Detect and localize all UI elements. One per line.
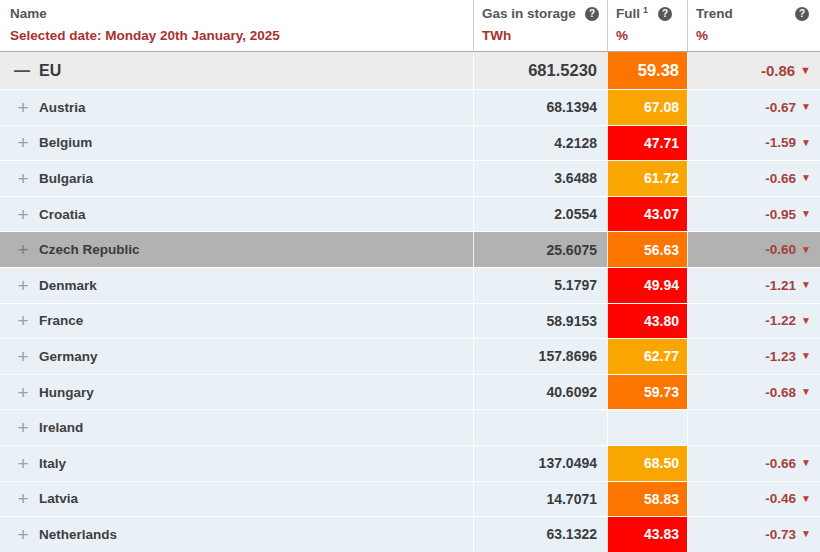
gas-in-storage-value: 63.1322 <box>473 517 607 552</box>
collapse-icon[interactable]: — <box>11 63 33 79</box>
trend-value: -0.68 <box>765 385 796 400</box>
trend-value: -0.46 <box>765 491 796 506</box>
gas-in-storage-value: 58.9153 <box>473 304 607 339</box>
gas-in-storage-value: 681.5230 <box>473 52 607 89</box>
expand-icon[interactable]: + <box>13 276 33 295</box>
trend-down-icon: ▼ <box>801 387 811 397</box>
expand-icon[interactable]: + <box>13 169 33 188</box>
name-cell[interactable]: + Netherlands <box>0 517 473 552</box>
trend-cell: -1.22 ▼ <box>687 304 820 339</box>
name-cell[interactable]: + Denmark <box>0 268 473 303</box>
trend-down-icon: ▼ <box>801 102 811 112</box>
trend-value: -0.66 <box>765 171 796 186</box>
gas-unit-label: TWh <box>482 24 607 47</box>
gas-in-storage-value: 3.6488 <box>473 161 607 196</box>
table-row-bulgaria[interactable]: + Bulgaria 3.6488 61.72 -0.66 ▼ <box>0 161 820 197</box>
name-cell[interactable]: — EU <box>0 52 473 89</box>
trend-value: -1.22 <box>765 313 796 328</box>
help-icon[interactable]: ? <box>795 7 809 21</box>
trend-cell: -0.67 ▼ <box>687 90 820 125</box>
help-icon[interactable]: ? <box>658 7 672 21</box>
trend-down-icon: ▼ <box>801 209 811 219</box>
table-row-germany[interactable]: + Germany 157.8696 62.77 -1.23 ▼ <box>0 339 820 375</box>
trend-column-label: Trend <box>696 4 733 24</box>
expand-icon[interactable]: + <box>13 525 33 544</box>
expand-icon[interactable]: + <box>13 454 33 473</box>
expand-icon[interactable]: + <box>13 383 33 402</box>
trend-down-icon: ▼ <box>801 316 811 326</box>
trend-value: -0.95 <box>765 207 796 222</box>
expand-icon[interactable]: + <box>13 133 33 152</box>
gas-in-storage-value: 25.6075 <box>473 232 607 267</box>
name-cell[interactable]: + France <box>0 304 473 339</box>
name-cell[interactable]: + Belgium <box>0 126 473 161</box>
trend-down-icon: ▼ <box>801 458 811 468</box>
table-row-belgium[interactable]: + Belgium 4.2128 47.71 -1.59 ▼ <box>0 126 820 162</box>
table-row-hungary[interactable]: + Hungary 40.6092 59.73 -0.68 ▼ <box>0 375 820 411</box>
full-percent-value: 68.50 <box>607 446 687 481</box>
full-percent-value: 43.80 <box>607 304 687 339</box>
trend-value: -0.73 <box>765 527 796 542</box>
help-icon[interactable]: ? <box>585 7 599 21</box>
trend-cell: -0.66 ▼ <box>687 161 820 196</box>
table-row-france[interactable]: + France 58.9153 43.80 -1.22 ▼ <box>0 304 820 340</box>
name-cell[interactable]: + Bulgaria <box>0 161 473 196</box>
table-row-austria[interactable]: + Austria 68.1394 67.08 -0.67 ▼ <box>0 90 820 126</box>
name-cell[interactable]: + Ireland <box>0 410 473 445</box>
expand-icon[interactable]: + <box>13 311 33 330</box>
trend-down-icon: ▼ <box>801 529 811 539</box>
gas-storage-table: Name Selected date: Monday 20th January,… <box>0 0 820 552</box>
country-name: Belgium <box>39 135 92 150</box>
gas-in-storage-value: 157.8696 <box>473 339 607 374</box>
expand-icon[interactable]: + <box>13 205 33 224</box>
trend-down-icon: ▼ <box>801 494 811 504</box>
country-name: France <box>39 313 83 328</box>
table-row-croatia[interactable]: + Croatia 2.0554 43.07 -0.95 ▼ <box>0 197 820 233</box>
gas-in-storage-value: 4.2128 <box>473 126 607 161</box>
table-row-ireland[interactable]: + Ireland <box>0 410 820 446</box>
name-cell[interactable]: + Italy <box>0 446 473 481</box>
trend-unit-label: % <box>696 24 820 47</box>
header-gas-column: Gas in storage ? TWh <box>473 0 607 51</box>
trend-value: -0.66 <box>765 456 796 471</box>
name-cell[interactable]: + Austria <box>0 90 473 125</box>
trend-value: -0.86 <box>761 62 795 79</box>
name-cell[interactable]: + Croatia <box>0 197 473 232</box>
country-name: Croatia <box>39 207 86 222</box>
country-name: Hungary <box>39 385 94 400</box>
country-name: Bulgaria <box>39 171 93 186</box>
table-row-czech-republic[interactable]: + Czech Republic 25.6075 56.63 -0.60 ▼ <box>0 232 820 268</box>
trend-cell: -0.46 ▼ <box>687 482 820 517</box>
gas-in-storage-value: 5.1797 <box>473 268 607 303</box>
full-percent-value: 58.83 <box>607 482 687 517</box>
country-name: Denmark <box>39 278 97 293</box>
selected-date-label: Selected date: Monday 20th January, 2025 <box>10 24 473 47</box>
full-percent-value: 49.94 <box>607 268 687 303</box>
table-row-italy[interactable]: + Italy 137.0494 68.50 -0.66 ▼ <box>0 446 820 482</box>
name-cell[interactable]: + Hungary <box>0 375 473 410</box>
country-name: Latvia <box>39 491 78 506</box>
table-row-eu[interactable]: — EU 681.5230 59.38 -0.86 ▼ <box>0 52 820 90</box>
expand-icon[interactable]: + <box>13 347 33 366</box>
name-cell[interactable]: + Germany <box>0 339 473 374</box>
trend-cell: -0.66 ▼ <box>687 446 820 481</box>
full-column-label: Full <box>616 4 640 24</box>
full-percent-value: 62.77 <box>607 339 687 374</box>
gas-in-storage-value: 137.0494 <box>473 446 607 481</box>
region-name: EU <box>39 62 61 80</box>
gas-in-storage-value: 40.6092 <box>473 375 607 410</box>
expand-icon[interactable]: + <box>13 240 33 259</box>
expand-icon[interactable]: + <box>13 489 33 508</box>
expand-icon[interactable]: + <box>13 418 33 437</box>
trend-value: -1.59 <box>765 135 796 150</box>
trend-cell <box>687 410 820 445</box>
name-cell[interactable]: + Czech Republic <box>0 232 473 267</box>
table-row-denmark[interactable]: + Denmark 5.1797 49.94 -1.21 ▼ <box>0 268 820 304</box>
table-row-netherlands[interactable]: + Netherlands 63.1322 43.83 -0.73 ▼ <box>0 517 820 552</box>
name-cell[interactable]: + Latvia <box>0 482 473 517</box>
full-percent-value <box>607 410 687 445</box>
expand-icon[interactable]: + <box>13 98 33 117</box>
full-percent-value: 59.73 <box>607 375 687 410</box>
trend-down-icon: ▼ <box>801 173 811 183</box>
table-row-latvia[interactable]: + Latvia 14.7071 58.83 -0.46 ▼ <box>0 482 820 518</box>
